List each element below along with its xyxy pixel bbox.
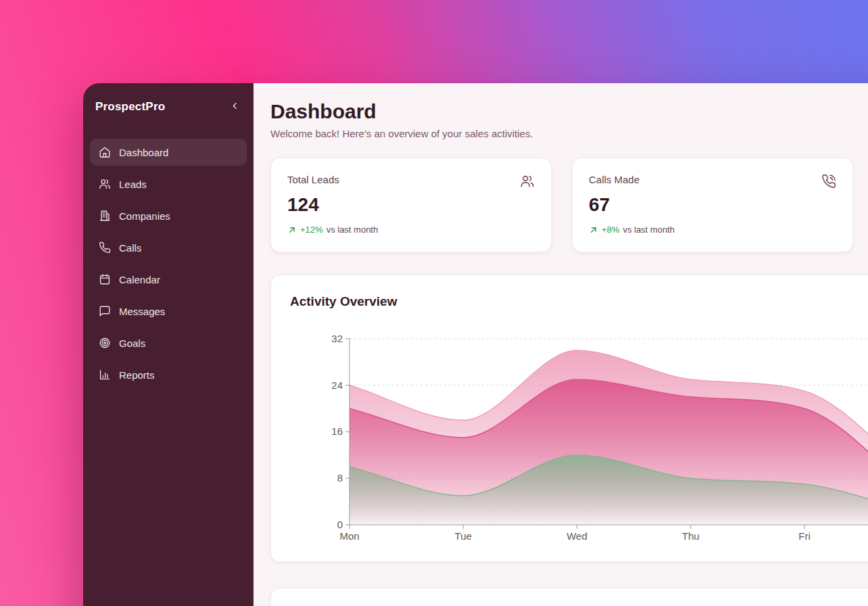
- stat-trend: +12% vs last month: [287, 225, 535, 235]
- y-tick-label: 0: [337, 519, 343, 530]
- message-icon: [99, 305, 111, 317]
- app-logo-text: ProspectPro: [95, 100, 165, 114]
- bar-chart-icon: [99, 369, 111, 381]
- phone-call-icon: [821, 174, 836, 189]
- stat-card: Total Leads 124 +12% vs last month: [270, 158, 552, 252]
- app-window: ProspectPro Dashboard Leads Companies Ca…: [83, 83, 868, 606]
- stat-card: Calls Made 67 +8% vs last month: [572, 158, 853, 252]
- y-tick-label: 32: [331, 333, 343, 344]
- x-tick-label: Tue: [455, 530, 472, 542]
- sidebar-item-companies[interactable]: Companies: [90, 202, 247, 229]
- trend-delta: +8%: [602, 225, 619, 235]
- x-tick-label: Mon: [339, 530, 359, 542]
- stat-value: 67: [589, 194, 836, 216]
- building-icon: [99, 210, 111, 222]
- activity-area-chart: 08162432MonTueWedThuFriSat: [290, 323, 868, 549]
- sidebar-item-leads[interactable]: Leads: [90, 170, 247, 197]
- sidebar-item-calendar[interactable]: Calendar: [90, 266, 247, 293]
- sidebar-item-goals[interactable]: Goals: [90, 329, 247, 356]
- y-tick-label: 16: [331, 425, 343, 437]
- x-tick-label: Wed: [566, 530, 587, 542]
- calendar-icon: [99, 273, 111, 285]
- chart-title: Activity Overview: [290, 294, 868, 309]
- stat-cards-row: Total Leads 124 +12% vs last month Calls…: [270, 158, 868, 252]
- home-icon: [99, 146, 111, 158]
- sidebar-item-dashboard[interactable]: Dashboard: [90, 139, 247, 166]
- arrow-up-right-icon: [287, 225, 297, 235]
- sidebar-item-reports[interactable]: Reports: [90, 361, 247, 388]
- stat-trend: +8% vs last month: [589, 225, 836, 235]
- stat-label: Total Leads: [287, 174, 339, 185]
- sidebar: ProspectPro Dashboard Leads Companies Ca…: [83, 83, 254, 606]
- bottom-section-card: [270, 588, 868, 606]
- y-tick-label: 24: [331, 379, 343, 391]
- chart-area: 08162432MonTueWedThuFriSat: [290, 323, 868, 549]
- sidebar-header: ProspectPro: [83, 83, 254, 114]
- trend-delta: +12%: [300, 225, 323, 235]
- sidebar-item-calls[interactable]: Calls: [90, 234, 247, 261]
- target-icon: [99, 337, 111, 349]
- sidebar-nav: Dashboard Leads Companies Calls Calendar…: [83, 139, 254, 393]
- trend-suffix: vs last month: [623, 225, 675, 235]
- main-content: Dashboard Welcome back! Here's an overvi…: [254, 83, 868, 606]
- users-icon: [520, 174, 535, 189]
- x-tick-label: Thu: [682, 530, 700, 542]
- users-icon: [99, 178, 111, 190]
- page-subtitle: Welcome back! Here's an overview of your…: [270, 128, 868, 139]
- y-tick-label: 8: [337, 472, 343, 484]
- activity-overview-card: Activity Overview 08162432MonTueWedThuFr…: [270, 275, 868, 562]
- sidebar-item-messages[interactable]: Messages: [90, 298, 247, 325]
- stat-label: Calls Made: [589, 174, 640, 185]
- trend-suffix: vs last month: [327, 225, 379, 235]
- page-title: Dashboard: [270, 100, 868, 123]
- x-tick-label: Fri: [798, 530, 811, 542]
- chevron-left-icon: [230, 101, 240, 113]
- arrow-up-right-icon: [589, 225, 598, 235]
- sidebar-collapse-button[interactable]: [228, 99, 241, 114]
- phone-icon: [99, 241, 111, 254]
- stat-value: 124: [287, 194, 535, 216]
